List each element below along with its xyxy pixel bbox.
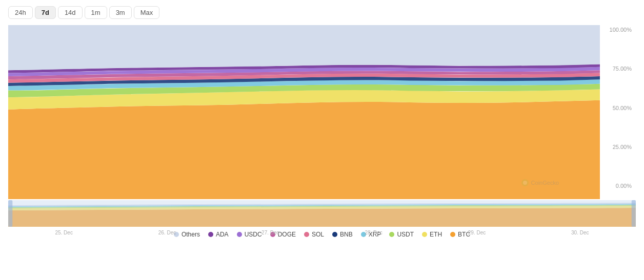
svg-rect-3 <box>8 200 636 227</box>
mini-x-label-3: 27. Dec <box>261 230 279 235</box>
svg-point-1 <box>523 181 527 185</box>
btn-max[interactable]: Max <box>134 6 160 19</box>
chart-area: 25. Dec 26. Dec 27. Dec 28. Dec 29. Dec … <box>8 25 600 199</box>
time-range-selector: 24h 7d 14d 1m 3m Max <box>8 6 636 19</box>
y-axis: 100.00% 75.00% 50.00% 25.00% 0.00% <box>600 25 636 199</box>
y-label-25: 25.00% <box>613 144 632 150</box>
mini-x-label-5: 29. Dec <box>468 230 486 235</box>
main-chart: 25. Dec 26. Dec 27. Dec 28. Dec 29. Dec … <box>8 25 636 199</box>
mini-chart[interactable]: 25. Dec 26. Dec 27. Dec 28. Dec 29. Dec … <box>8 200 636 227</box>
y-label-75: 75.00% <box>613 66 632 72</box>
mini-chart-svg <box>8 200 636 227</box>
mini-x-label-4: 28. Dec <box>365 230 382 235</box>
coingecko-watermark: CoinGecko <box>521 179 559 187</box>
svg-rect-5 <box>632 200 636 227</box>
y-label-100: 100.00% <box>610 27 632 33</box>
y-label-0: 0.00% <box>616 183 632 189</box>
mini-x-label-6: 30. Dec <box>571 230 589 235</box>
main-container: 24h 7d 14d 1m 3m Max <box>0 0 644 238</box>
btn-3m[interactable]: 3m <box>109 6 132 19</box>
y-label-50: 50.00% <box>613 105 632 111</box>
chart-svg <box>8 25 600 199</box>
mini-x-label-2: 26. Dec <box>158 230 176 235</box>
btn-14d[interactable]: 14d <box>58 6 83 19</box>
mini-x-label-1: 25. Dec <box>55 230 72 235</box>
btn-1m[interactable]: 1m <box>85 6 107 19</box>
btn-7d[interactable]: 7d <box>35 6 56 19</box>
btn-24h[interactable]: 24h <box>8 6 33 19</box>
svg-rect-4 <box>8 200 12 227</box>
